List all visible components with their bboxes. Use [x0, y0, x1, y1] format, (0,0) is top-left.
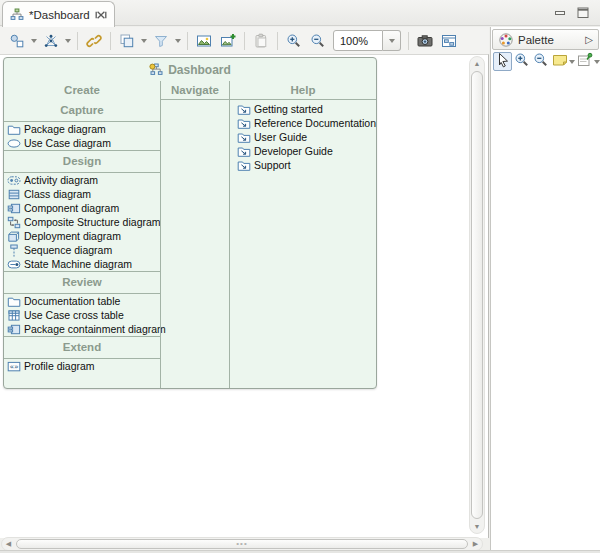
dashboard-item-package-containment-diagram[interactable]: Package containment diagram — [4, 322, 160, 336]
link-button[interactable] — [82, 30, 106, 52]
dashboard-item-user-guide[interactable]: User Guide — [230, 130, 376, 144]
dashboard-item-developer-guide[interactable]: Developer Guide — [230, 144, 376, 158]
dashboard-item-sequence-diagram[interactable]: Sequence diagram — [4, 243, 160, 257]
item-label: Class diagram — [24, 188, 91, 200]
palette-toolbar — [491, 51, 600, 72]
horizontal-scrollbar[interactable]: ◀ ••• ▶ — [1, 537, 483, 551]
palette-expand-icon[interactable]: ▷ — [585, 34, 593, 45]
diagram-shapes-button[interactable] — [5, 30, 29, 52]
horizontal-scroll-thumb[interactable]: ••• — [16, 539, 468, 549]
palette-header[interactable]: Palette ▷ — [492, 29, 599, 50]
pin-tool[interactable] — [575, 52, 594, 71]
scroll-up-icon[interactable]: ▲ — [471, 57, 484, 70]
item-label: State Machine diagram — [24, 258, 132, 270]
dashboard-item-use-case-cross-table[interactable]: Use Case cross table — [4, 308, 160, 322]
navigate-column-header: Navigate — [161, 81, 229, 100]
vertical-scroll-thumb[interactable] — [471, 71, 483, 519]
palette-panel: Palette ▷ — [490, 27, 600, 550]
dashboard-item-reference-documentation[interactable]: Reference Documentation — [230, 116, 376, 130]
item-label: Documentation table — [24, 295, 120, 307]
zoom-in-button[interactable] — [282, 30, 306, 52]
item-label: User Guide — [254, 131, 307, 143]
help-column: Help Getting startedReference Documentat… — [229, 81, 376, 388]
tab-dashboard[interactable]: *Dashboard — [2, 1, 115, 27]
dashboard-item-profile-diagram[interactable]: «»Profile diagram — [4, 359, 160, 373]
graph-layout-dropdown-button[interactable] — [63, 30, 73, 52]
section-header-design: Design — [4, 153, 160, 170]
item-label: Composite Structure diagram — [24, 216, 161, 228]
diagram-window-button[interactable] — [437, 30, 461, 52]
graph-layout-button[interactable] — [39, 30, 63, 52]
dashboard-item-deployment-diagram[interactable]: Deployment diagram — [4, 229, 160, 243]
scroll-down-icon[interactable]: ▼ — [471, 520, 484, 533]
scroll-left-icon[interactable]: ◀ — [2, 538, 15, 551]
dashboard-item-documentation-table[interactable]: Documentation table — [4, 294, 160, 308]
item-label: Sequence diagram — [24, 244, 112, 256]
section-header-review: Review — [4, 274, 160, 291]
dashboard-item-activity-diagram[interactable]: Activity diagram — [4, 173, 160, 187]
image-add-icon — [220, 33, 236, 49]
zoom-dropdown-button[interactable] — [383, 30, 401, 51]
dashboard-item-class-diagram[interactable]: Class diagram — [4, 187, 160, 201]
scroll-right-icon[interactable]: ▶ — [469, 538, 482, 551]
image-button[interactable] — [192, 30, 216, 52]
zoom-in-icon — [514, 52, 530, 72]
dashboard-item-use-case-diagram[interactable]: Use Case diagram — [4, 136, 160, 150]
create-column-header: Create — [4, 81, 160, 100]
deployment-icon — [7, 230, 21, 243]
toolbar-separator — [244, 32, 245, 50]
view-window-controls — [553, 6, 590, 20]
dashboard-icon — [149, 63, 163, 76]
dashboard-item-state-machine-diagram[interactable]: State Machine diagram — [4, 257, 160, 271]
item-label: Support — [254, 159, 291, 171]
dashboard-item-support[interactable]: Support — [230, 158, 376, 172]
minimize-button[interactable] — [553, 6, 567, 20]
helpfolder-icon — [237, 131, 251, 144]
item-label: Developer Guide — [254, 145, 333, 157]
dropdown-arrow-icon — [175, 39, 181, 43]
dashboard-item-component-diagram[interactable]: Component diagram — [4, 201, 160, 215]
filter-button[interactable] — [149, 30, 173, 52]
item-label: Reference Documentation — [254, 117, 376, 129]
vertical-scrollbar[interactable]: ▲ ▼ — [469, 56, 485, 534]
copy-appearance-icon — [119, 33, 135, 49]
diagram-shapes-dropdown-button[interactable] — [29, 30, 39, 52]
toolbar-separator — [408, 32, 409, 50]
palette-title: Palette — [518, 34, 554, 46]
zoom-level-value: 100% — [333, 30, 383, 51]
containment-icon — [7, 323, 21, 336]
zoom-out-button[interactable] — [306, 30, 330, 52]
item-label: Use Case diagram — [24, 137, 111, 149]
filter-dropdown-button[interactable] — [173, 30, 183, 52]
pin-tool-dropdown[interactable] — [594, 52, 600, 71]
copy-appearance-button[interactable] — [115, 30, 139, 52]
image-add-button[interactable] — [216, 30, 240, 52]
section-divider — [4, 271, 160, 272]
zoom-out-tool[interactable] — [531, 52, 550, 71]
helpfolder-icon — [237, 159, 251, 172]
dashboard-item-getting-started[interactable]: Getting started — [230, 102, 376, 116]
maximize-button[interactable] — [576, 6, 590, 20]
dashboard-title-text: Dashboard — [168, 63, 231, 77]
navigate-column: Navigate — [160, 81, 229, 388]
zoom-level-combo[interactable]: 100% — [333, 30, 401, 51]
dashboard-item-composite-structure-diagram[interactable]: Composite Structure diagram — [4, 215, 160, 229]
toolbar-separator — [77, 32, 78, 50]
item-label: Getting started — [254, 103, 323, 115]
cursor-tool[interactable] — [493, 52, 512, 71]
zoom-in-icon — [286, 33, 302, 49]
camera-icon — [417, 33, 433, 49]
profile-icon: «» — [7, 360, 21, 373]
note-tool[interactable] — [550, 52, 569, 71]
cursor-icon — [495, 52, 511, 72]
table-icon — [7, 309, 21, 322]
svg-text:«»: «» — [9, 362, 19, 371]
item-label: Activity diagram — [24, 174, 98, 186]
copy-appearance-dropdown-button[interactable] — [139, 30, 149, 52]
zoom-in-tool[interactable] — [512, 52, 531, 71]
diagram-canvas[interactable]: Dashboard Create CapturePackage diagramU… — [0, 54, 489, 538]
dashboard-item-package-diagram[interactable]: Package diagram — [4, 122, 160, 136]
camera-button[interactable] — [413, 30, 437, 52]
tab-close-icon[interactable] — [95, 9, 107, 21]
section-divider — [4, 150, 160, 151]
